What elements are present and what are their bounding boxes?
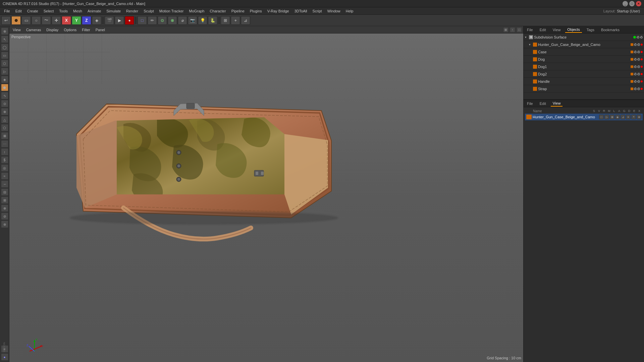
rect-select[interactable]: ▭ (21, 16, 31, 25)
z-axis[interactable]: Z (82, 16, 91, 25)
brush[interactable]: ⌀ (178, 16, 187, 25)
object-strap[interactable]: Strap (524, 85, 644, 93)
coord-type[interactable]: ⊞ (221, 16, 230, 25)
vp-menu-filter[interactable]: Filter (80, 27, 92, 33)
left-btn-4[interactable]: ▭ (1, 52, 8, 59)
left-btn-25[interactable]: ⊛ (1, 221, 8, 228)
object-subdivision-surface[interactable]: ▾ ⊞ Subdivision Surface (524, 34, 644, 41)
live-selection[interactable]: ⊕ (11, 16, 21, 25)
menu-motion-tracker[interactable]: Motion Tracker (157, 8, 186, 14)
object-dog1[interactable]: Dog1 (524, 63, 644, 70)
menu-select[interactable]: Select (41, 8, 57, 14)
viewport-3d[interactable]: Y X Z Perspective Grid Spacing : 10 cm (9, 34, 523, 362)
props-icon-1[interactable]: □ (599, 115, 604, 119)
objects-tab-file[interactable]: File (525, 27, 535, 33)
y-axis[interactable]: Y (72, 16, 81, 25)
circle-select[interactable]: ○ (32, 16, 41, 25)
menu-help[interactable]: Help (343, 8, 356, 14)
vp-menu-display[interactable]: Display (44, 27, 60, 33)
menu-render[interactable]: Render (123, 8, 141, 14)
deformer[interactable]: ⊗ (168, 16, 177, 25)
left-btn-22[interactable]: ⊞ (1, 196, 8, 204)
menu-sculpt[interactable]: Sculpt (141, 8, 157, 14)
menu-plugins[interactable]: Plugins (247, 8, 265, 14)
objects-tab-view[interactable]: View (551, 27, 563, 33)
menu-mograph[interactable]: MoGraph (186, 8, 207, 14)
props-selected-row[interactable]: Hunter_Gun_Case_Beige_and_Camo □ ▷ ⊞ ◈ ⊿… (525, 114, 643, 120)
left-btn-1[interactable]: ⊕ (1, 27, 8, 35)
python[interactable]: 🐍 (208, 16, 217, 25)
object-mode[interactable]: ◈ (92, 16, 101, 25)
camera[interactable]: 📷 (188, 16, 197, 25)
left-btn-12[interactable]: △ (1, 116, 8, 123)
object-cube[interactable]: □ (138, 16, 147, 25)
left-btn-8[interactable]: ⬟ (1, 84, 8, 91)
props-icon-6[interactable]: ≡ (626, 115, 631, 119)
left-btn-2[interactable]: ↖ (1, 36, 8, 43)
left-btn-20[interactable]: ∽ (1, 180, 8, 188)
x-axis[interactable]: X (62, 16, 71, 25)
undo-button[interactable]: ↩ (1, 16, 11, 25)
props-icon-4[interactable]: ◈ (615, 115, 620, 119)
vp-menu-view[interactable]: View (11, 27, 23, 33)
left-btn-15[interactable]: ⋯ (1, 140, 8, 147)
left-btn-5[interactable]: ⬡ (1, 60, 8, 67)
menu-create[interactable]: Create (24, 8, 41, 14)
props-icon-7[interactable]: ⌖ (631, 115, 636, 119)
vp-menu-panel[interactable]: Panel (94, 27, 107, 33)
object-case[interactable]: Case (524, 48, 644, 56)
menu-tools[interactable]: Tools (56, 8, 70, 14)
menu-character[interactable]: Character (207, 8, 228, 14)
left-btn-16[interactable]: ↕ (1, 148, 8, 156)
menu-3dtoall[interactable]: 3DToAll (292, 8, 310, 14)
object-dog[interactable]: Dog (524, 56, 644, 63)
move-tool[interactable]: ✛ (52, 16, 61, 25)
menu-mesh[interactable]: Mesh (70, 8, 85, 14)
vp-menu-cameras[interactable]: Cameras (24, 27, 43, 33)
props-tab-file[interactable]: File (525, 101, 535, 106)
menu-script[interactable]: Script (310, 8, 325, 14)
objects-tab-tags[interactable]: Tags (585, 27, 596, 33)
menu-pipeline[interactable]: Pipeline (229, 8, 247, 14)
left-btn-23[interactable]: ⊕ (1, 204, 8, 212)
left-btn-7[interactable]: ◈ (1, 76, 8, 83)
left-btn-3[interactable]: ◯ (1, 44, 8, 51)
vp-icon-maximize[interactable]: □ (517, 27, 522, 33)
props-icon-3[interactable]: ⊞ (610, 115, 614, 119)
maximize-button[interactable]: □ (629, 1, 635, 6)
left-btn-24[interactable]: ⊘ (1, 213, 8, 220)
render-all[interactable]: ● (125, 16, 134, 25)
menu-vray[interactable]: V-Ray Bridge (265, 8, 292, 14)
objects-tab-bookmarks[interactable]: Bookmarks (599, 27, 622, 33)
object-hunter-group[interactable]: ▾ Hunter_Gun_Case_Beige_and_Camo (524, 41, 644, 48)
menu-edit[interactable]: Edit (13, 8, 24, 14)
left-btn-bottom2[interactable]: ● (1, 353, 8, 361)
left-btn-10[interactable]: ⊙ (1, 100, 8, 107)
left-btn-11[interactable]: ⊗ (1, 108, 8, 115)
props-tab-view[interactable]: View (551, 101, 563, 107)
left-btn-21[interactable]: ⊟ (1, 188, 8, 196)
left-btn-13[interactable]: ⬠ (1, 124, 8, 131)
menu-simulate[interactable]: Simulate (104, 8, 123, 14)
free-select[interactable]: 〜 (42, 16, 51, 25)
spline-pen[interactable]: ✏ (148, 16, 157, 25)
left-btn-19[interactable]: ≈ (1, 172, 8, 180)
left-btn-6[interactable]: ▷ (1, 68, 8, 75)
close-button[interactable]: ✕ (636, 1, 641, 6)
props-icon-2[interactable]: ▷ (604, 115, 609, 119)
object-handle[interactable]: Handle (524, 78, 644, 85)
left-btn-14[interactable]: ⊠ (1, 132, 8, 139)
objects-tab-objects[interactable]: Objects (565, 27, 582, 33)
left-btn-9[interactable]: ∿ (1, 92, 8, 99)
left-btn-17[interactable]: $ (1, 156, 8, 164)
light[interactable]: 💡 (198, 16, 207, 25)
menu-file[interactable]: File (1, 8, 13, 14)
left-btn-18[interactable]: ◎ (1, 164, 8, 172)
render-view[interactable]: 🎬 (105, 16, 114, 25)
props-icon-5[interactable]: ⊿ (621, 115, 625, 119)
generator[interactable]: ⊙ (158, 16, 167, 25)
props-icon-8[interactable]: ⊛ (637, 115, 641, 119)
vp-icon-up[interactable]: ↑ (510, 27, 515, 33)
props-tab-edit[interactable]: Edit (538, 101, 548, 106)
minimize-button[interactable]: _ (623, 1, 628, 6)
